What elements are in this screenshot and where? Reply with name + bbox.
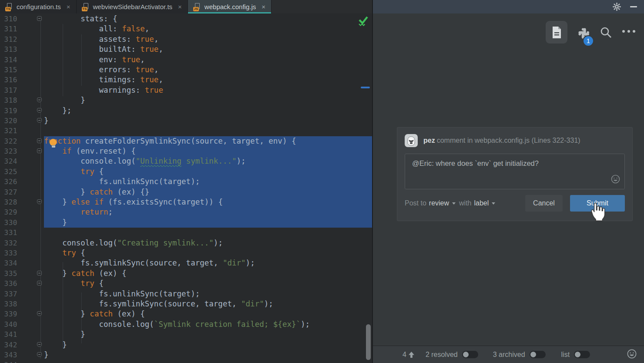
code-line-320[interactable]: 320} bbox=[0, 116, 372, 126]
gear-icon[interactable] bbox=[613, 3, 621, 11]
tab-webpack-config-js[interactable]: JSwebpack.config.js× bbox=[188, 0, 272, 13]
code-line-342[interactable]: 342 } bbox=[0, 340, 372, 350]
cancel-button[interactable]: Cancel bbox=[525, 195, 563, 212]
code-line-344[interactable]: 344 bbox=[0, 360, 372, 363]
fold-marker-icon[interactable] bbox=[37, 138, 42, 143]
unread-jump[interactable]: 4 bbox=[402, 351, 414, 359]
chevron-down-icon[interactable] bbox=[492, 202, 495, 205]
fold-marker-icon[interactable] bbox=[37, 148, 42, 153]
gutter bbox=[17, 75, 44, 85]
gutter bbox=[17, 299, 44, 309]
submit-button[interactable]: Submit bbox=[570, 195, 625, 212]
code-line-337[interactable]: 337 fs.unlinkSync(target); bbox=[0, 289, 372, 299]
editor-code-area[interactable]: 310 stats: {311 all: false,312 assets: t… bbox=[0, 13, 372, 363]
code-line-332[interactable]: 332 console.log("Creating symlink..."); bbox=[0, 238, 372, 248]
comment-title: pezcomment in webpack.config.js (Lines 3… bbox=[423, 137, 580, 145]
code-line-325[interactable]: 325 try { bbox=[0, 167, 372, 177]
tab-label: webviewSidebarActivator.ts bbox=[93, 3, 173, 10]
panel-toolbar: 1 bbox=[546, 21, 644, 47]
intention-bulb-icon[interactable] bbox=[50, 139, 57, 148]
error-stripe-selection-mark[interactable] bbox=[361, 87, 370, 88]
fold-marker-icon[interactable] bbox=[37, 97, 42, 102]
post-to-dropdown[interactable]: review bbox=[429, 199, 449, 207]
close-icon[interactable]: × bbox=[262, 3, 265, 10]
code-line-311[interactable]: 311 all: false, bbox=[0, 24, 372, 34]
gutter bbox=[17, 197, 44, 207]
line-number: 327 bbox=[0, 187, 17, 197]
code-line-338[interactable]: 338 fs.symlinkSync(source, target, "dir"… bbox=[0, 299, 372, 309]
ts-file-icon: TS bbox=[6, 3, 13, 10]
fold-marker-icon[interactable] bbox=[37, 16, 42, 21]
more-menu-icon[interactable] bbox=[622, 30, 635, 33]
editor-scrollbar[interactable] bbox=[366, 324, 371, 360]
code-line-319[interactable]: 319 }; bbox=[0, 106, 372, 116]
gutter bbox=[17, 218, 44, 228]
code-line-326[interactable]: 326 fs.unlinkSync(target); bbox=[0, 177, 372, 187]
code-text: builtAt: true, bbox=[44, 44, 372, 54]
gutter bbox=[17, 279, 44, 289]
code-line-315[interactable]: 315 errors: true, bbox=[0, 65, 372, 75]
arrow-up-icon bbox=[409, 352, 414, 358]
code-line-312[interactable]: 312 assets: true, bbox=[0, 34, 372, 44]
code-line-327[interactable]: 327 } catch (ex) {} bbox=[0, 187, 372, 197]
line-number: 332 bbox=[0, 238, 17, 248]
code-line-340[interactable]: 340 console.log(`Symlink creation failed… bbox=[0, 319, 372, 329]
code-text: try { bbox=[44, 167, 372, 177]
code-line-321[interactable]: 321 bbox=[0, 126, 372, 136]
line-number: 338 bbox=[0, 299, 17, 309]
code-line-334[interactable]: 334 fs.symlinkSync(source, target, "dir"… bbox=[0, 258, 372, 268]
fold-marker-icon[interactable] bbox=[37, 352, 42, 357]
code-line-341[interactable]: 341 } bbox=[0, 329, 372, 339]
code-text: console.log("Unlinking symlink..."); bbox=[44, 156, 372, 166]
code-line-328[interactable]: 328 } else if (fs.existsSync(target)) { bbox=[0, 197, 372, 207]
codemarks-tab-selected[interactable] bbox=[546, 21, 567, 44]
code-line-335[interactable]: 335 } catch (ex) { bbox=[0, 269, 372, 279]
reactions-icon[interactable] bbox=[627, 349, 637, 361]
chevron-down-icon[interactable] bbox=[452, 202, 456, 205]
list-toggle[interactable] bbox=[574, 351, 590, 358]
fold-marker-icon[interactable] bbox=[37, 199, 42, 204]
fold-marker-icon[interactable] bbox=[37, 281, 42, 286]
archived-toggle[interactable] bbox=[530, 351, 546, 358]
inspection-ok-icon[interactable] bbox=[357, 15, 369, 28]
minimize-icon[interactable] bbox=[630, 6, 637, 7]
code-line-317[interactable]: 317 warnings: true bbox=[0, 85, 372, 95]
code-line-333[interactable]: 333 try { bbox=[0, 248, 372, 258]
fold-marker-icon[interactable] bbox=[37, 271, 42, 276]
code-text: if (env.reset) { bbox=[44, 146, 372, 156]
archived-label: 3 archived bbox=[493, 351, 525, 359]
tab-configuration-ts[interactable]: TSconfiguration.ts× bbox=[0, 0, 77, 13]
emoji-picker-icon[interactable] bbox=[610, 174, 621, 186]
gutter bbox=[17, 126, 44, 136]
fold-marker-icon[interactable] bbox=[37, 311, 42, 316]
fold-marker-icon[interactable] bbox=[37, 118, 42, 123]
label-dropdown[interactable]: label bbox=[474, 199, 489, 207]
close-icon[interactable]: × bbox=[178, 3, 182, 10]
comment-input[interactable]: @Eric: where does `env` get initialized? bbox=[405, 154, 625, 189]
line-number: 316 bbox=[0, 75, 17, 85]
resolved-toggle[interactable] bbox=[462, 351, 478, 358]
tab-webviewsidebaractivator-ts[interactable]: TSwebviewSidebarActivator.ts× bbox=[77, 0, 188, 13]
code-line-331[interactable]: 331 bbox=[0, 228, 372, 238]
line-number: 328 bbox=[0, 197, 17, 207]
code-line-318[interactable]: 318 } bbox=[0, 95, 372, 105]
code-line-324[interactable]: 324 console.log("Unlinking symlink..."); bbox=[0, 156, 372, 166]
comment-author: pez bbox=[423, 137, 435, 144]
code-line-330[interactable]: 330 } bbox=[0, 218, 372, 228]
code-line-343[interactable]: 343} bbox=[0, 350, 372, 360]
code-line-316[interactable]: 316 timings: true, bbox=[0, 75, 372, 85]
line-number: 318 bbox=[0, 95, 17, 105]
code-line-329[interactable]: 329 return; bbox=[0, 207, 372, 217]
fold-marker-icon[interactable] bbox=[37, 342, 42, 347]
code-line-313[interactable]: 313 builtAt: true, bbox=[0, 44, 372, 54]
code-line-339[interactable]: 339 } catch (ex) { bbox=[0, 309, 372, 319]
fold-marker-icon[interactable] bbox=[37, 108, 42, 113]
code-text: }; bbox=[44, 106, 372, 116]
code-line-336[interactable]: 336 try { bbox=[0, 279, 372, 289]
search-icon[interactable] bbox=[600, 26, 612, 39]
code-line-314[interactable]: 314 env: true, bbox=[0, 55, 372, 65]
comment-card: pezcomment in webpack.config.js (Lines 3… bbox=[397, 127, 633, 221]
gutter bbox=[17, 167, 44, 177]
code-line-310[interactable]: 310 stats: { bbox=[0, 14, 372, 24]
close-icon[interactable]: × bbox=[67, 3, 70, 10]
